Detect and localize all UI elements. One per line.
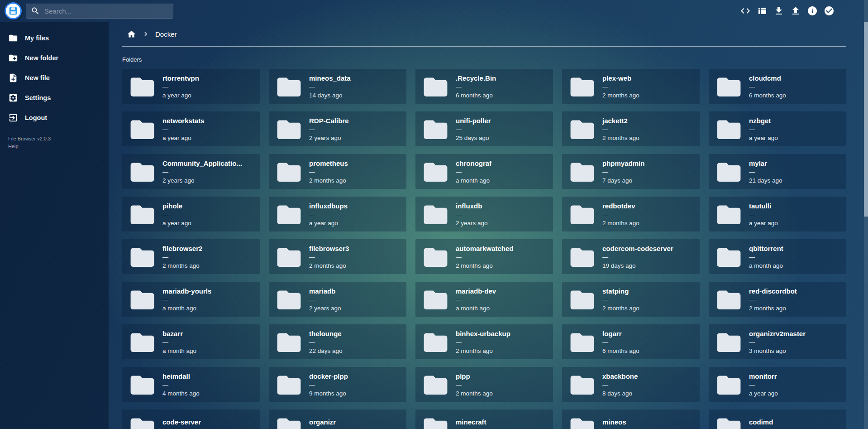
app-logo[interactable] <box>5 2 22 19</box>
folder-card[interactable]: codercom-codeserver — 19 days ago <box>562 239 700 274</box>
folder-card[interactable]: statping — 2 months ago <box>562 282 700 317</box>
folder-name: Community_Applicatio... <box>162 159 242 167</box>
folder-card[interactable]: organizrv2master — 3 months ago <box>709 324 846 359</box>
folder-card[interactable]: RDP-Calibre — 2 years ago <box>269 111 406 146</box>
folder-card[interactable]: prometheus — 2 months ago <box>269 154 406 189</box>
folder-card[interactable]: filebrowser2 — 2 months ago <box>122 239 260 274</box>
sidebar-item-label: Logout <box>25 114 47 121</box>
folder-card[interactable]: bazarr — a month ago <box>122 324 260 359</box>
folder-card[interactable]: tautulli — a year ago <box>709 197 846 231</box>
folder-card[interactable]: xbackbone — 8 days ago <box>562 367 700 402</box>
folder-info: mariadb-yourls — a month ago <box>162 287 211 312</box>
folder-size: — <box>749 339 806 345</box>
folder-modified: 2 months ago <box>602 92 639 99</box>
folder-card[interactable]: .Recycle.Bin — 6 months ago <box>415 69 553 104</box>
folder-card[interactable]: thelounge — 22 days ago <box>269 324 406 359</box>
folder-card[interactable]: logarr — 6 months ago <box>562 324 700 359</box>
folder-name: pihole <box>162 202 191 210</box>
folder-modified: a month ago <box>456 305 496 312</box>
folder-info: cloudcmd — 6 months ago <box>749 74 786 99</box>
folder-card[interactable]: networkstats — a year ago <box>122 111 260 146</box>
folder-size: — <box>309 382 348 388</box>
folder-icon <box>129 331 155 353</box>
folder-card[interactable]: qbittorrent — a month ago <box>709 239 846 274</box>
folder-card[interactable]: mineos — <box>562 410 700 429</box>
folder-card[interactable]: Community_Applicatio... — 2 years ago <box>122 154 260 189</box>
folder-icon <box>716 203 742 226</box>
folder-modified: 2 months ago <box>456 262 514 269</box>
folder-size: — <box>456 169 491 175</box>
folder-card[interactable]: chronograf — a month ago <box>415 154 553 189</box>
sidebar-item-my-files[interactable]: My files <box>0 28 109 48</box>
folder-card[interactable]: nzbget — a year ago <box>709 111 846 146</box>
sidebar-item-new-file[interactable]: New file <box>0 68 109 88</box>
folder-icon <box>716 288 742 311</box>
folder-modified: 22 days ago <box>309 347 343 354</box>
folder-card[interactable]: mineos_data — 14 days ago <box>269 69 406 104</box>
folder-card[interactable]: organizr — <box>269 410 406 429</box>
folder-card[interactable]: mariadb-yourls — a month ago <box>122 282 260 317</box>
folder-card[interactable]: docker-plpp — 9 months ago <box>269 367 406 402</box>
folder-card[interactable]: plex-web — 2 months ago <box>562 69 700 104</box>
folder-card[interactable]: codimd — <box>709 410 846 429</box>
folder-modified: a year ago <box>749 220 778 227</box>
folder-card[interactable]: jackett2 — 2 months ago <box>562 111 700 146</box>
folder-card[interactable]: filebrowser3 — 2 months ago <box>269 239 406 274</box>
info-icon[interactable] <box>807 5 818 16</box>
folder-info: plpp — 2 months ago <box>456 372 493 397</box>
folder-size: — <box>162 84 199 90</box>
folder-card[interactable]: red-discordbot — 2 months ago <box>709 282 846 317</box>
folder-card[interactable]: rtorrentvpn — a year ago <box>122 69 260 104</box>
folder-name: influxdb <box>456 202 488 210</box>
upload-icon[interactable] <box>790 5 801 16</box>
folder-size: — <box>162 169 242 175</box>
folder-card[interactable]: minecraft — <box>415 410 553 429</box>
search-input[interactable] <box>44 7 168 15</box>
list-view-icon[interactable] <box>757 5 768 16</box>
folder-icon <box>716 75 742 98</box>
folder-card[interactable]: mariadb — 2 years ago <box>269 282 406 317</box>
sidebar-item-logout[interactable]: Logout <box>0 108 109 128</box>
code-icon[interactable] <box>740 5 751 16</box>
folder-card[interactable]: influxdb — 2 years ago <box>415 197 553 231</box>
folder-info: influxdbups — a year ago <box>309 202 348 227</box>
sidebar-item-new-folder[interactable]: New folder <box>0 48 109 68</box>
folder-card[interactable]: redbotdev — 2 months ago <box>562 197 700 231</box>
folder-card[interactable]: mylar — 21 days ago <box>709 154 846 189</box>
folder-icon <box>569 246 595 268</box>
folder-card[interactable]: cloudcmd — 6 months ago <box>709 69 846 104</box>
download-icon[interactable] <box>773 5 784 16</box>
help-link[interactable]: Help <box>8 143 109 150</box>
folder-card[interactable]: plpp — 2 months ago <box>415 367 553 402</box>
folder-card[interactable]: automarkwatched — 2 months ago <box>415 239 553 274</box>
folder-card[interactable]: monitorr — a year ago <box>709 367 846 402</box>
folder-icon <box>569 203 595 226</box>
folder-card[interactable]: influxdbups — a year ago <box>269 197 406 231</box>
folder-card[interactable]: heimdall — 4 months ago <box>122 367 260 402</box>
folder-info: unifi-poller — 25 days ago <box>456 117 491 141</box>
folder-info: mariadb — 2 years ago <box>309 287 341 312</box>
search-box[interactable] <box>26 4 173 19</box>
folder-card[interactable]: binhex-urbackup — 2 months ago <box>415 324 553 359</box>
folder-card[interactable]: unifi-poller — 25 days ago <box>415 111 553 146</box>
folder-card[interactable]: pihole — a year ago <box>122 197 260 231</box>
folder-size: — <box>309 254 349 260</box>
select-multiple-icon[interactable] <box>824 5 835 16</box>
folder-size: — <box>309 339 343 345</box>
folder-card[interactable]: code-server — <box>122 410 260 429</box>
scrollbar[interactable] <box>864 0 868 429</box>
folder-name: jackett2 <box>602 117 639 125</box>
folder-info: mariadb-dev — a month ago <box>456 287 496 312</box>
home-icon[interactable] <box>127 29 136 39</box>
app-version: File Browser v2.0.3 <box>8 135 109 143</box>
breadcrumb-current[interactable]: Docker <box>155 30 177 38</box>
sidebar-item-settings[interactable]: Settings <box>0 88 109 108</box>
folder-card[interactable]: phpmyadmin — 7 days ago <box>562 154 700 189</box>
folder-info: codercom-codeserver — 19 days ago <box>602 245 673 269</box>
folder-icon <box>129 203 155 226</box>
sidebar-footer: File Browser v2.0.3 Help <box>8 135 109 150</box>
folder-name: minecraft <box>456 418 486 426</box>
scrollbar-thumb[interactable] <box>864 22 868 217</box>
folder-card[interactable]: mariadb-dev — a month ago <box>415 282 553 317</box>
folder-icon <box>716 373 742 396</box>
